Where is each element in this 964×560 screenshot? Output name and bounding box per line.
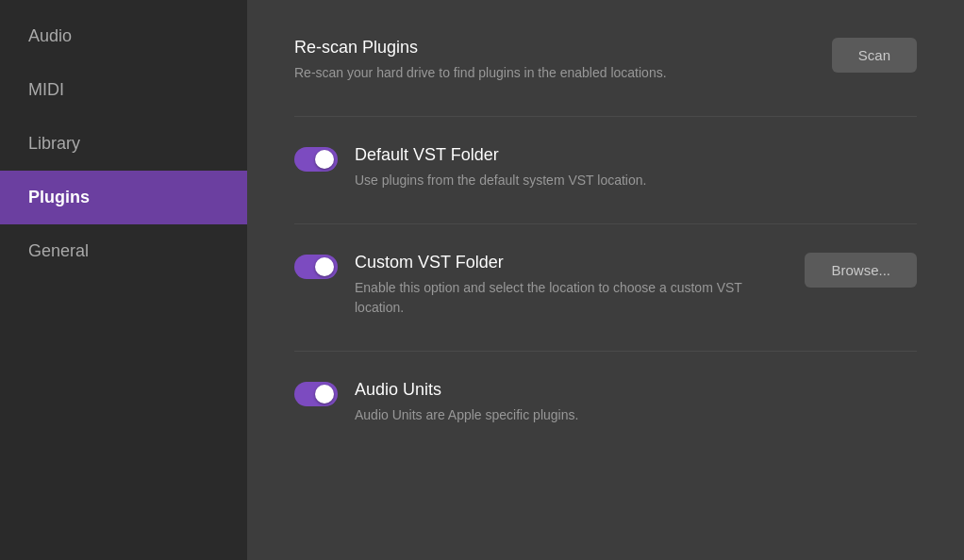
sidebar-item-library[interactable]: Library <box>0 117 247 171</box>
audio-units-text: Audio Units Audio Units are Apple specif… <box>355 380 917 425</box>
rescan-title: Re-scan Plugins <box>294 38 804 58</box>
audio-units-toggle[interactable] <box>294 382 338 406</box>
custom-vst-title: Custom VST Folder <box>355 253 776 272</box>
custom-vst-action: Browse... <box>805 253 917 288</box>
rescan-text: Re-scan Plugins Re-scan your hard drive … <box>294 38 804 83</box>
audio-units-title: Audio Units <box>355 380 917 400</box>
main-content: Re-scan Plugins Re-scan your hard drive … <box>247 0 964 560</box>
divider-2 <box>294 223 917 224</box>
default-vst-section: Default VST Folder Use plugins from the … <box>294 145 917 190</box>
sidebar-item-label: MIDI <box>28 80 64 99</box>
sidebar-item-label: Plugins <box>28 188 90 206</box>
sidebar: Audio MIDI Library Plugins General <box>0 0 247 560</box>
rescan-section: Re-scan Plugins Re-scan your hard drive … <box>294 38 917 83</box>
sidebar-item-label: General <box>28 241 89 260</box>
default-vst-title: Default VST Folder <box>355 145 917 165</box>
audio-units-section: Audio Units Audio Units are Apple specif… <box>294 380 917 425</box>
rescan-description: Re-scan your hard drive to find plugins … <box>294 63 690 83</box>
sidebar-item-midi[interactable]: MIDI <box>0 63 247 117</box>
default-vst-text: Default VST Folder Use plugins from the … <box>355 145 917 190</box>
sidebar-item-plugins[interactable]: Plugins <box>0 171 247 224</box>
default-vst-toggle[interactable] <box>294 147 338 172</box>
custom-vst-text: Custom VST Folder Enable this option and… <box>355 253 776 318</box>
sidebar-item-general[interactable]: General <box>0 224 247 278</box>
rescan-action: Scan <box>832 38 917 73</box>
default-vst-description: Use plugins from the default system VST … <box>355 171 751 190</box>
sidebar-item-label: Audio <box>28 26 72 45</box>
custom-vst-toggle[interactable] <box>294 255 338 279</box>
scan-button[interactable]: Scan <box>832 38 917 73</box>
custom-vst-description: Enable this option and select the locati… <box>355 278 751 318</box>
audio-units-description: Audio Units are Apple specific plugins. <box>355 405 751 425</box>
divider-3 <box>294 351 917 352</box>
custom-vst-section: Custom VST Folder Enable this option and… <box>294 253 917 318</box>
sidebar-item-audio[interactable]: Audio <box>0 9 247 63</box>
browse-button[interactable]: Browse... <box>805 253 917 288</box>
divider-1 <box>294 116 917 117</box>
sidebar-item-label: Library <box>28 134 80 153</box>
